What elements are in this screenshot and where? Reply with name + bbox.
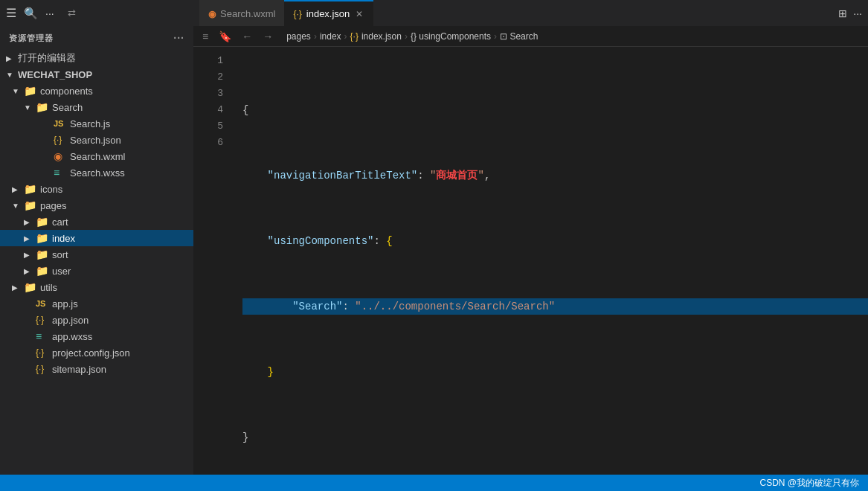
arrow-icon: ▼ [6,71,18,79]
project-root[interactable]: ▼ WECHAT_SHOP [0,66,193,83]
json-icon: {·} [36,364,49,374]
breadcrumb-indexjson[interactable]: index.json [361,31,402,42]
more-options-icon[interactable]: ··· [853,7,862,19]
sidebar-item-utils[interactable]: ▶ 📁 utils [0,279,193,295]
js-icon: JS [36,299,49,308]
code-editor[interactable]: 1 2 3 4 5 6 { "navigationBarTitleText": … [193,47,868,475]
tab-label: Search.wxml [220,8,275,19]
forward-icon[interactable]: → [260,29,276,44]
sidebar-item-cart[interactable]: ▶ 📁 cart [0,214,193,230]
sidebar-item-project-config[interactable]: ▶ {·} project.config.json [0,344,193,361]
code-line-2: "navigationBarTitleText": "商城首页", [242,167,868,184]
folder-icon: 📁 [24,281,37,293]
folder-label: sort [52,249,68,260]
breadcrumb-sep: › [344,31,347,42]
json-icon: {·} [36,347,49,358]
project-name: WECHAT_SHOP [18,69,92,80]
explorer-title: 资源管理器 [9,33,54,44]
layout-icon[interactable]: ⊞ [838,7,847,19]
file-label: sitemap.json [52,364,106,375]
sidebar-item-user[interactable]: ▶ 📁 user [0,263,193,279]
layout-toolbar-icon[interactable]: ≡ [199,29,211,44]
sidebar-item-pages[interactable]: ▼ 📁 pages [0,197,193,214]
js-icon: JS [54,119,67,128]
code-line-5: } [242,364,868,380]
sidebar-item-components[interactable]: ▼ 📁 components [0,83,193,99]
line-num-6: 6 [193,135,223,151]
file-label: Search.wxml [70,151,125,162]
tab-search-wxml[interactable]: ◉ Search.wxml [199,0,284,26]
folder-label: index [52,233,75,244]
folder-label: utils [40,282,57,293]
json-icon: {·} [54,135,67,145]
sidebar-item-sort[interactable]: ▶ 📁 sort [0,246,193,263]
folder-label: components [40,86,93,97]
arrow-icon: ▼ [12,202,24,210]
sidebar-item-app-wxss[interactable]: ▶ ≡ app.wxss [0,328,193,344]
arrow-icon: ▶ [12,185,24,193]
arrow-icon: ▶ [24,267,36,275]
file-label: app.js [52,298,78,309]
wxml-icon: ◉ [54,150,67,162]
folder-icon: 📁 [36,248,49,260]
status-bar: CSDN @我的破绽只有你 [0,475,868,491]
folder-label: user [52,266,71,277]
title-bar-right: ⊞ ··· [838,7,862,19]
breadcrumb-sep: › [494,31,497,42]
open-editors-section[interactable]: ▶ 打开的编辑器 [0,50,193,66]
sidebar-item-search-js[interactable]: ▶ JS Search.js [0,115,193,132]
arrow-icon: ▶ [24,218,36,226]
sidebar-item-search-folder[interactable]: ▼ 📁 Search [0,99,193,115]
line-num-2: 2 [193,69,223,86]
folder-icon: 📁 [36,101,49,113]
folder-icon: 📁 [36,232,49,244]
breadcrumb-search[interactable]: ⊡ Search [500,31,538,42]
folder-icon: 📁 [24,199,37,211]
tab-index-json[interactable]: {·} index.json ✕ [284,0,373,26]
sidebar-item-search-json[interactable]: ▶ {·} Search.json [0,132,193,148]
more-icon-titlebar[interactable]: ··· [45,7,54,19]
sidebar-item-search-wxml[interactable]: ▶ ◉ Search.wxml [0,148,193,164]
breadcrumb-json-icon[interactable]: {·} [350,31,359,42]
tab-close-button[interactable]: ✕ [354,7,364,21]
sidebar: 资源管理器 ··· ▶ 打开的编辑器 ▼ WECHAT_SHOP ▼ 📁 com… [0,26,193,475]
folder-icon: 📁 [24,85,37,97]
split-editor-icon[interactable]: ⇄ [65,6,79,20]
sidebar-item-app-json[interactable]: ▶ {·} app.json [0,312,193,328]
file-label: project.config.json [52,347,130,359]
breadcrumb-sep: › [314,31,317,42]
folder-icon: 📁 [36,216,49,228]
code-content[interactable]: { "navigationBarTitleText": "商城首页", "usi… [231,47,868,475]
breadcrumb-index[interactable]: index [320,31,341,42]
file-label: Search.js [70,118,110,129]
sidebar-item-app-js[interactable]: ▶ JS app.js [0,295,193,312]
file-label: app.wxss [52,331,92,342]
arrow-icon: ▼ [24,103,36,112]
open-editors-label: 打开的编辑器 [18,51,76,65]
folder-icon: 📁 [24,183,37,195]
line-num-3: 3 [193,86,223,102]
sidebar-item-icons[interactable]: ▶ 📁 icons [0,181,193,197]
explorer-more-icon[interactable]: ··· [173,32,184,44]
sidebar-item-sitemap[interactable]: ▶ {·} sitemap.json [0,361,193,377]
line-num-5: 5 [193,118,223,135]
breadcrumb-using-comp[interactable]: {} usingComponents [411,31,491,42]
json-icon: {·} [36,315,49,325]
search-icon-titlebar[interactable]: 🔍 [24,7,38,20]
folder-icon: 📁 [36,265,49,277]
breadcrumb: pages › index › {·} index.json › {} usin… [280,31,544,42]
wxss-icon: ≡ [54,167,67,179]
editor-area: ≡ 🔖 ← → pages › index › {·} index.json ›… [193,26,868,475]
bookmark-icon[interactable]: 🔖 [216,29,234,44]
hamburger-icon[interactable]: ☰ [6,6,16,20]
file-label: app.json [52,315,89,326]
tab-label: index.json [306,8,350,19]
json-icon: {·} [293,9,301,19]
breadcrumb-pages[interactable]: pages [286,31,311,42]
sidebar-item-index[interactable]: ▶ 📁 index [0,230,193,246]
code-line-1: { [242,102,868,118]
sidebar-item-search-wxss[interactable]: ▶ ≡ Search.wxss [0,164,193,181]
main-layout: 资源管理器 ··· ▶ 打开的编辑器 ▼ WECHAT_SHOP ▼ 📁 com… [0,26,868,475]
back-icon[interactable]: ← [239,29,255,44]
file-label: Search.wxss [70,167,125,179]
